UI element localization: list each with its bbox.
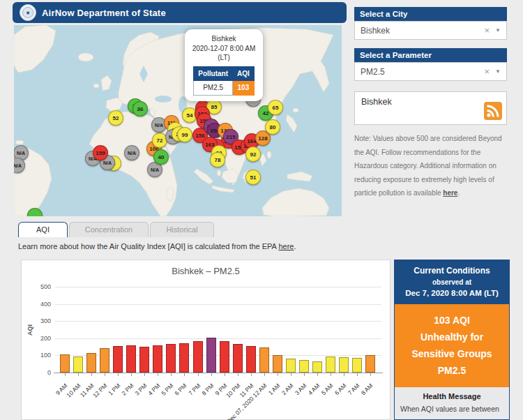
chart-bar[interactable] — [153, 345, 162, 373]
chart-bar[interactable] — [365, 355, 375, 373]
chart-bar[interactable] — [273, 355, 282, 373]
map-popup: Bishkek 2020-12-07 8:00 AM (LT) Pollutan… — [185, 29, 263, 101]
rss-feed-box: Bishkek — [354, 91, 507, 125]
chart-x-tick — [304, 373, 305, 376]
tab-aqi[interactable]: AQI — [18, 222, 68, 237]
popup-aqi-value: 103 — [233, 81, 255, 96]
aqi-map-marker[interactable]: 80 — [265, 119, 280, 135]
chart-bar[interactable] — [312, 361, 322, 373]
chart-y-tick-label: 400 — [27, 301, 51, 308]
cc-aqi-value: 103 AQI — [399, 313, 505, 329]
chart-y-tick-label: 0 — [27, 369, 51, 376]
chart-gridline — [55, 304, 381, 305]
tab-concentration[interactable]: Concentration — [69, 222, 149, 237]
popup-datetime: 2020-12-07 8:00 AM — [188, 44, 260, 54]
chart-bar[interactable] — [126, 345, 136, 373]
chevron-down-icon[interactable]: ▼ — [494, 68, 506, 75]
cc-title: Current Conditions — [397, 264, 506, 277]
chart-bar[interactable] — [259, 347, 269, 373]
state-department-seal-icon: ★ — [20, 4, 36, 21]
parameter-select-value: PM2.5 — [355, 67, 480, 77]
world-map[interactable]: N/AN/AN/A6N/A159521336N/AN/A1064072N/A11… — [14, 25, 342, 216]
rss-icon[interactable] — [484, 102, 502, 120]
chart-x-tick — [264, 373, 265, 376]
rss-city-label: Bishkek — [361, 97, 392, 107]
cc-parameter: PM2.5 — [399, 363, 505, 380]
epa-here-link[interactable]: here — [278, 242, 294, 250]
current-conditions-panel: Current Conditions observed at Dec 7, 20… — [394, 260, 510, 420]
chart-bar[interactable] — [220, 341, 229, 373]
chart-bar[interactable] — [233, 344, 243, 373]
aqi-bar-chart: Bishkek – PM2.5 AQI 01002003004005009 AM… — [21, 260, 391, 420]
current-conditions-header: Current Conditions observed at Dec 7, 20… — [395, 260, 509, 304]
chart-bar[interactable] — [286, 359, 296, 373]
health-message-title: Health Message — [395, 392, 509, 400]
chart-y-tick-label: 300 — [27, 317, 51, 324]
chart-x-tick — [91, 373, 92, 376]
chart-x-tick — [278, 373, 278, 376]
chart-bar[interactable] — [113, 346, 123, 373]
tab-historical[interactable]: Historical — [150, 222, 214, 237]
chart-x-tick — [291, 373, 291, 376]
chart-x-tick — [251, 373, 252, 376]
chart-x-tick — [198, 373, 199, 376]
aqi-map-marker[interactable]: 92 — [245, 147, 261, 162]
aqi-map-marker[interactable]: 78 — [210, 152, 225, 167]
chart-x-tick — [357, 373, 358, 376]
chart-gridline — [55, 338, 381, 339]
chart-bar[interactable] — [100, 348, 109, 373]
chart-x-tick — [331, 373, 331, 376]
aqi-map-marker[interactable]: 40 — [153, 149, 169, 165]
note-here-link[interactable]: here — [443, 189, 457, 197]
chart-bar[interactable] — [166, 344, 176, 373]
aqi-map-marker[interactable]: N/A — [124, 145, 139, 160]
chart-bar[interactable] — [73, 357, 83, 373]
aqi-map-marker[interactable]: 159 — [93, 145, 108, 160]
cc-aqi-category: Unhealthy for Sensitive Groups — [399, 329, 505, 363]
popup-pollutant-header: Pollutant — [194, 66, 233, 81]
health-message-body: When AQI values are between 101 and 150,… — [395, 403, 509, 420]
chart-y-tick-label: 200 — [27, 335, 51, 342]
aqi-map-marker[interactable]: 99 — [177, 127, 192, 142]
city-select-value: Bishkek — [355, 26, 480, 36]
app-header: ★ AirNow Department of State — [13, 2, 347, 23]
chart-x-tick — [118, 373, 119, 376]
chart-x-tick — [171, 373, 172, 376]
chart-bar[interactable] — [206, 338, 216, 373]
chart-bar[interactable] — [299, 360, 309, 373]
chart-y-tick-label: 500 — [27, 283, 51, 290]
chart-bar[interactable] — [339, 357, 349, 373]
chart-gridline — [55, 287, 381, 287]
chart-x-tick — [131, 373, 132, 376]
chart-x-tick — [238, 373, 238, 376]
chart-bar[interactable] — [246, 346, 256, 373]
cc-subtitle: observed at — [397, 277, 506, 287]
chart-bar[interactable] — [352, 358, 362, 373]
chevron-down-icon[interactable]: ▼ — [494, 27, 506, 33]
chart-x-tick — [317, 373, 318, 376]
chart-x-tick — [184, 373, 185, 376]
chart-bar[interactable] — [60, 354, 70, 373]
cc-datetime: Dec 7, 2020 8:00 AM (LT) — [397, 287, 506, 299]
city-select[interactable]: Bishkek × ▼ — [354, 21, 507, 40]
chart-bar[interactable] — [326, 357, 335, 373]
aqi-map-marker[interactable]: 51 — [245, 170, 261, 185]
chart-gridline — [55, 321, 381, 322]
chart-x-tick — [370, 373, 371, 376]
chart-y-tick-label: 100 — [27, 352, 51, 359]
clear-icon[interactable]: × — [480, 25, 494, 36]
chart-x-tick — [225, 373, 225, 376]
chart-bar[interactable] — [179, 343, 189, 373]
parameter-select[interactable]: PM2.5 × ▼ — [354, 62, 507, 81]
aqi-map-marker[interactable]: 36 — [132, 101, 148, 117]
chart-x-tick — [158, 373, 158, 376]
aqi-map-marker[interactable]: 65 — [268, 100, 283, 115]
chart-bar[interactable] — [139, 347, 149, 373]
clear-icon[interactable]: × — [480, 66, 494, 77]
chart-bar[interactable] — [86, 353, 96, 373]
aqi-map-marker[interactable]: 52 — [108, 110, 123, 126]
chart-bar[interactable] — [193, 341, 203, 373]
cc-aqi-block: 103 AQI Unhealthy for Sensitive Groups P… — [395, 304, 509, 387]
chart-title: Bishkek – PM2.5 — [22, 266, 390, 276]
app-title: AirNow Department of State — [42, 8, 166, 18]
